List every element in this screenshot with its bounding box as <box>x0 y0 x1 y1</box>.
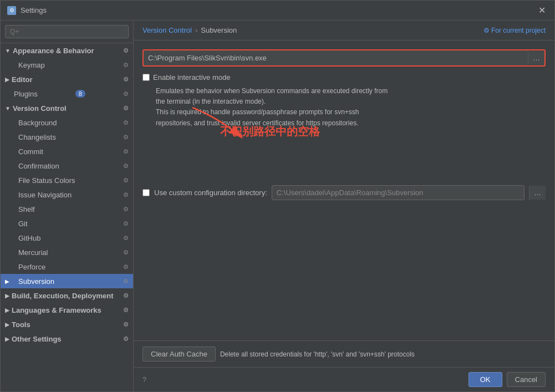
sidebar-item-label: Build, Execution, Deployment <box>12 292 113 300</box>
sidebar-item-label: Mercurial <box>18 248 48 257</box>
sidebar-item-label: Perforce <box>18 263 45 271</box>
custom-dir-label[interactable]: Use custom configuration directory: <box>154 189 267 197</box>
sidebar-item-file-status-colors[interactable]: File Status Colors ⚙ <box>1 173 133 187</box>
browse-button[interactable]: … <box>528 51 544 65</box>
gear-icon: ⚙ <box>123 191 129 198</box>
footer: ? OK Cancel <box>134 367 554 391</box>
gear-icon: ⚙ <box>123 47 129 54</box>
gear-icon: ⚙ <box>123 119 129 126</box>
title-bar: ⚙ Settings ✕ <box>1 1 554 21</box>
search-input[interactable] <box>5 25 129 38</box>
chevron-down-icon: ▼ <box>5 105 11 111</box>
sidebar-item-languages[interactable]: ▶ Languages & Frameworks ⚙ <box>1 303 133 317</box>
main-content: ▼ Appearance & Behavior ⚙ Keymap ⚙ ▶ Edi… <box>1 21 554 391</box>
gear-icon: ⚙ <box>123 62 129 69</box>
sidebar-item-background[interactable]: Background ⚙ <box>1 115 133 130</box>
gear-icon: ⚙ <box>123 206 129 213</box>
sidebar-item-mercurial[interactable]: Mercurial ⚙ <box>1 245 133 259</box>
settings-window: ⚙ Settings ✕ ▼ Appearance & Behavior ⚙ K… <box>0 0 555 392</box>
right-panel: Version Control › Subversion ⚙ For curre… <box>134 21 554 391</box>
sidebar-item-version-control[interactable]: ▼ Version Control ⚙ <box>1 101 133 115</box>
sidebar-item-confirmation[interactable]: Confirmation ⚙ <box>1 159 133 173</box>
gear-icon: ⚙ <box>123 292 129 299</box>
custom-dir-input[interactable] <box>272 185 525 200</box>
gear-icon: ⚙ <box>123 148 129 155</box>
search-box <box>1 21 133 43</box>
app-icon: ⚙ <box>7 6 16 15</box>
sidebar-item-changelists[interactable]: Changelists ⚙ <box>1 130 133 144</box>
help-icon: ? <box>142 375 146 384</box>
sidebar-item-issue-navigation[interactable]: Issue Navigation ⚙ <box>1 187 133 202</box>
sidebar-item-github[interactable]: GitHub ⚙ <box>1 231 133 245</box>
sidebar-item-label: Shelf <box>18 205 35 213</box>
sidebar-item-label: Background <box>18 119 57 127</box>
gear-icon: ⚙ <box>123 307 129 314</box>
gear-icon: ⚙ <box>123 249 129 256</box>
sidebar-item-build[interactable]: ▶ Build, Execution, Deployment ⚙ <box>1 288 133 303</box>
sidebar-item-label: Subversion <box>18 277 54 286</box>
sidebar-item-label: Git <box>18 220 28 228</box>
sidebar-item-label: Confirmation <box>18 162 59 170</box>
gear-icon: ⚙ <box>123 220 129 227</box>
sidebar-item-plugins[interactable]: Plugins 8 ⚙ <box>1 86 133 101</box>
sidebar-item-label: GitHub <box>18 234 40 242</box>
custom-dir-checkbox[interactable] <box>142 189 150 196</box>
sidebar-item-keymap[interactable]: Keymap ⚙ <box>1 58 133 72</box>
sidebar-item-git[interactable]: Git ⚙ <box>1 216 133 231</box>
sidebar-item-editor[interactable]: ▶ Editor ⚙ <box>1 72 133 86</box>
chevron-right-icon: ▶ <box>5 278 9 284</box>
sidebar-item-label: Issue Navigation <box>18 191 72 199</box>
sidebar-item-label: Languages & Frameworks <box>12 306 101 314</box>
for-current-project-link[interactable]: ⚙ For current project <box>483 27 546 34</box>
sidebar-item-tools[interactable]: ▶ Tools ⚙ <box>1 317 133 332</box>
gear-icon: ⚙ <box>123 76 129 83</box>
interactive-mode-label[interactable]: Enable interactive mode <box>153 73 230 82</box>
sidebar-item-label: Other Settings <box>12 335 62 343</box>
plugins-badge: 8 <box>75 90 85 98</box>
gear-icon: ⚙ <box>123 162 129 170</box>
chevron-right-icon: ▶ <box>5 307 9 313</box>
help-button[interactable]: ? <box>142 375 146 384</box>
sidebar-item-label: Tools <box>12 320 30 329</box>
svn-path-input[interactable] <box>144 50 528 65</box>
footer-buttons: OK Cancel <box>469 372 546 387</box>
sidebar-item-label: Commit <box>18 147 43 156</box>
bottom-bar: Clear Auth Cache Delete all stored crede… <box>134 340 554 367</box>
chevron-right-icon: ▶ <box>5 322 9 328</box>
breadcrumb-parent[interactable]: Version Control <box>142 26 192 34</box>
sidebar-item-label: Appearance & Behavior <box>13 47 94 55</box>
annotation-text: 不识别路径中的空格 <box>220 124 320 139</box>
custom-dir-row: Use custom configuration directory: … <box>142 185 546 200</box>
close-button[interactable]: ✕ <box>536 3 548 18</box>
sidebar-item-label: Changelists <box>18 133 56 141</box>
gear-icon: ⚙ <box>123 335 129 343</box>
gear-icon: ⚙ <box>123 134 129 141</box>
sidebar: ▼ Appearance & Behavior ⚙ Keymap ⚙ ▶ Edi… <box>1 21 134 391</box>
gear-icon: ⚙ <box>123 105 129 112</box>
gear-icon: ⚙ <box>123 90 129 98</box>
chevron-right-icon: ▶ <box>5 77 9 83</box>
custom-dir-browse-button[interactable]: … <box>529 186 546 200</box>
chevron-down-icon: ▼ <box>5 48 11 54</box>
sidebar-item-label: File Status Colors <box>18 176 75 185</box>
chevron-right-icon: ▶ <box>5 336 9 342</box>
sidebar-item-subversion[interactable]: ▶ Subversion ⚙ <box>1 274 133 288</box>
sidebar-item-label: Version Control <box>13 104 67 113</box>
ok-button[interactable]: OK <box>469 372 502 387</box>
sidebar-item-label: Plugins <box>14 90 38 98</box>
breadcrumb-current: Subversion <box>201 26 237 34</box>
sidebar-item-other[interactable]: ▶ Other Settings ⚙ <box>1 332 133 346</box>
cancel-button[interactable]: Cancel <box>507 372 546 387</box>
clear-auth-cache-button[interactable]: Clear Auth Cache <box>142 347 216 362</box>
interactive-mode-checkbox[interactable] <box>142 74 150 81</box>
clear-auth-description: Delete all stored credentials for 'http'… <box>220 350 415 358</box>
panel-content: … Enable interactive mode Emulates the b… <box>134 40 554 340</box>
gear-icon: ⚙ <box>123 235 129 242</box>
sidebar-item-appearance[interactable]: ▼ Appearance & Behavior ⚙ <box>1 43 133 58</box>
gear-icon: ⚙ <box>123 263 129 271</box>
sidebar-item-perforce[interactable]: Perforce ⚙ <box>1 259 133 274</box>
sidebar-item-shelf[interactable]: Shelf ⚙ <box>1 202 133 216</box>
annotation-container: 不识别路径中的空格 <box>142 135 546 180</box>
gear-icon: ⚙ <box>123 177 129 184</box>
sidebar-item-commit[interactable]: Commit ⚙ <box>1 144 133 159</box>
